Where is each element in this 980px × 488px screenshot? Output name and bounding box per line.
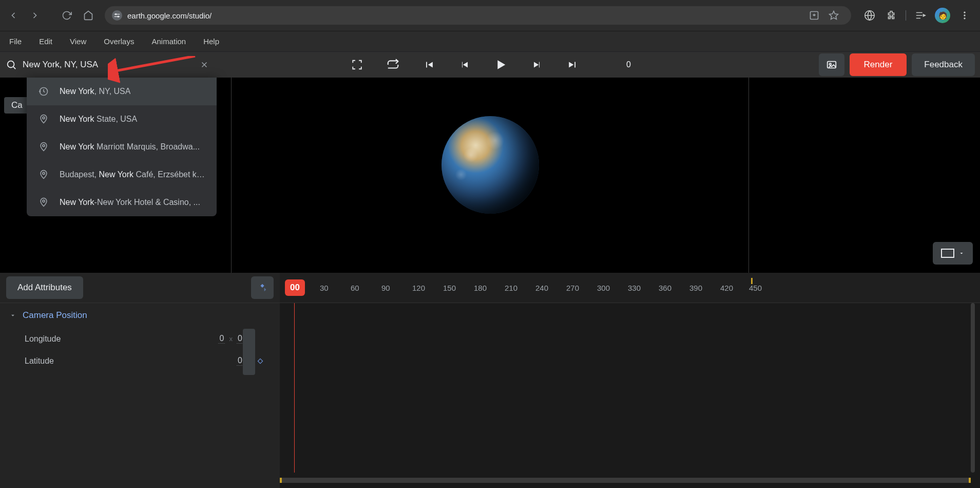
ruler-tick: 360 [659,284,671,292]
camera-chip[interactable]: Ca [4,97,30,114]
latitude-value[interactable]: 0 [237,356,243,366]
frame-counter: 0 [626,60,631,69]
suggestion-item[interactable]: Budapest, New York Café, Erzsébet kör... [27,161,217,189]
divider [906,10,906,21]
horizontal-scrollbar[interactable] [280,478,971,483]
svg-point-11 [8,61,14,68]
menu-icon[interactable] [957,8,972,23]
svg-point-10 [964,17,965,19]
search-input[interactable] [23,60,193,70]
ruler-tick: 420 [720,284,733,292]
bookmark-icon[interactable] [828,9,840,22]
svg-point-9 [964,14,965,16]
ruler-tick: 300 [597,284,610,292]
step-back-icon[interactable] [457,57,472,72]
camera-position-section[interactable]: Camera Position [0,303,280,328]
ruler-tick: 30 [320,284,329,292]
chevron-down-icon [9,312,16,319]
timeline-ruler[interactable]: 00 30 60 90 120 150 180 210 240 270 300 … [280,273,980,303]
ruler-tick: 450 [749,284,762,292]
ruler-tick: 330 [628,284,641,292]
earth-globe [441,116,539,214]
app-menubar: File Edit View Overlays Animation Help [0,31,980,52]
home-button[interactable] [79,6,98,25]
media-icon[interactable] [913,8,928,23]
chevron-down-icon [958,250,965,256]
svg-marker-5 [830,11,838,20]
timeline-panel: Add Attributes Camera Position Longitude… [0,273,980,488]
timeline-tracks: 00 30 60 90 120 150 180 210 240 270 300 … [280,273,980,488]
fullscreen-icon[interactable] [349,57,364,72]
suggestion-item[interactable]: New York Marriott Marquis, Broadwa... [27,133,217,161]
search-suggestions: New York, NY, USA New York State, USA Ne… [27,78,217,216]
url-bar[interactable]: earth.google.com/studio/ [105,6,851,25]
attr-label: Longitude [25,334,61,344]
link-bracket[interactable] [243,329,255,375]
keyframe-diamond-icon[interactable] [257,358,264,365]
play-icon[interactable] [493,57,508,72]
scrollbar-thumb[interactable] [280,478,971,483]
suggestion-item[interactable]: New York-New York Hotel & Casino, ... [27,189,217,216]
clear-search-icon[interactable] [198,59,210,71]
avatar[interactable]: 🧑 [935,8,950,23]
site-settings-icon[interactable] [112,10,122,21]
aspect-ratio-button[interactable] [933,242,973,265]
ruler-tick: 150 [443,284,456,292]
reload-button[interactable] [57,6,76,25]
install-icon[interactable] [808,9,820,22]
history-icon [38,86,49,97]
menu-help[interactable]: Help [203,37,219,46]
forward-button[interactable] [26,6,44,25]
playhead[interactable] [294,303,295,473]
svg-point-20 [43,144,45,146]
suggestion-item[interactable]: New York State, USA [27,105,217,133]
search-wrap [5,59,210,71]
latitude-row[interactable]: Latitude 0 ° [0,350,280,372]
attr-label: Latitude [25,356,54,366]
snapshot-button[interactable] [819,53,844,76]
add-attributes-button[interactable]: Add Attributes [6,276,83,299]
skip-start-icon[interactable] [421,57,436,72]
menu-overlays[interactable]: Overlays [104,37,134,46]
safe-guide-right [748,78,749,273]
longitude-value-1[interactable]: 0 [218,334,225,344]
menu-view[interactable]: View [70,37,86,46]
suggestion-text: Budapest, New York Café, Erzsébet kör... [60,170,205,179]
step-forward-icon[interactable] [529,57,544,72]
ruler-tick: 90 [381,284,390,292]
suggestion-text: New York-New York Hotel & Casino, ... [60,198,200,207]
search-icon [5,59,17,71]
skip-end-icon[interactable] [565,57,580,72]
extensions-icon[interactable] [884,8,898,23]
ruler-playhead-label[interactable]: 00 [285,279,305,296]
ruler-tick: 210 [505,284,517,292]
safe-guide-left [231,78,232,273]
ruler-tick: 60 [351,284,359,292]
loop-icon[interactable] [385,57,400,72]
svg-point-22 [43,200,45,202]
suggestion-item[interactable]: New York, NY, USA [27,78,217,105]
longitude-row[interactable]: Longitude 0 x 0 ° [0,328,280,350]
playback-controls: 0 [349,57,631,72]
svg-point-8 [964,12,965,13]
pin-icon [38,197,49,208]
menu-edit[interactable]: Edit [39,37,52,46]
vertical-scrollbar[interactable] [971,303,975,473]
menu-animation[interactable]: Animation [151,37,186,46]
svg-line-12 [13,67,15,69]
svg-point-21 [43,172,45,174]
render-button[interactable]: Render [850,53,907,76]
end-marker[interactable] [751,278,753,284]
pin-icon [38,114,49,125]
back-button[interactable] [4,6,23,25]
ruler-tick: 390 [689,284,702,292]
menu-file[interactable]: File [9,37,22,46]
globe-icon[interactable] [862,8,877,23]
app-toolbar: 0 Render Feedback New York, NY, USA New … [0,52,980,78]
keyframe-nav-button[interactable] [251,276,274,299]
feedback-button[interactable]: Feedback [912,53,975,76]
tracks-area[interactable] [280,303,980,488]
pin-icon [38,169,49,180]
browser-chrome: earth.google.com/studio/ 🧑 [0,0,980,31]
longitude-value-2[interactable]: 0 [237,334,243,344]
